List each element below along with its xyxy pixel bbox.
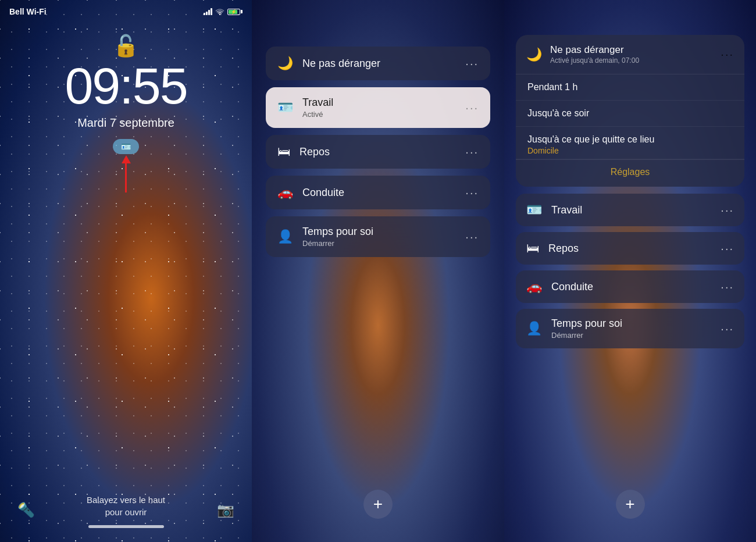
dnd-moon-icon: 🌙 [526,47,542,62]
date-display: Mardi 7 septembre [77,116,174,130]
ne-pas-deranger-label: Ne pas déranger [302,58,380,70]
dnd-subtitle: Activé jusqu'à demain, 07:00 [550,56,639,65]
conduite-more-3[interactable]: ··· [721,280,734,294]
carrier-label: Bell Wi-Fi [9,7,47,16]
focus-badge-icon: 🪪 [121,142,131,151]
repos-label: Repos [299,146,330,158]
repos-label-3: Repos [548,243,579,255]
focus-item-travail[interactable]: 🪪 Travail Activé ··· [266,87,490,128]
battery-icon: ⚡ [227,9,243,15]
focus-item-3-temps[interactable]: 👤 Temps pour soi Démarrer ··· [516,309,744,348]
temps-sub: Démarrer [302,239,373,248]
temps-label-3: Temps pour soi [551,318,622,330]
conduite-label-3: Conduite [551,281,593,293]
home-indicator [88,525,164,528]
temps-icon: 👤 [277,229,293,244]
ne-pas-deranger-icon: 🌙 [277,56,293,71]
repos-more-3[interactable]: ··· [721,242,734,255]
conduite-icon-3: 🚗 [526,279,542,294]
time-display: 09:55 [65,60,187,112]
signal-bar-2 [206,12,208,15]
dnd-location-name: Domicile [527,146,733,155]
lock-screen-panel: Bell Wi-Fi [0,0,252,542]
focus-item-conduite[interactable]: 🚗 Conduite ··· [266,176,490,209]
dnd-option-lieu[interactable]: Jusqu'à ce que je quitte ce lieu Domicil… [516,127,744,159]
flashlight-icon[interactable]: 🔦 [17,502,35,518]
signal-bar-1 [204,13,205,15]
repos-icon-3: 🛏 [526,241,539,256]
travail-icon-3: 🪪 [526,202,542,217]
swipe-hint-text: Balayez vers le haut pour ouvrir [87,494,165,518]
add-focus-button-3[interactable]: + [616,490,645,519]
focus-item-3-conduite[interactable]: 🚗 Conduite ··· [516,270,744,303]
lock-icon: 🔓 [113,34,139,58]
conduite-more[interactable]: ··· [465,186,479,199]
status-icons: ⚡ [204,8,243,15]
red-arrow [122,156,131,192]
temps-icon-3: 👤 [526,321,542,336]
travail-label-3: Travail [551,204,582,216]
dnd-title: Ne pas déranger [550,44,639,56]
swipe-row: 🔦 Balayez vers le haut pour ouvrir 📷 [0,494,252,518]
temps-more[interactable]: ··· [465,230,479,244]
dnd-option-soir[interactable]: Jusqu'à ce soir [516,101,744,127]
travail-sub: Activé [302,110,333,119]
add-focus-button[interactable]: + [363,490,393,519]
bottom-bar: 🔦 Balayez vers le haut pour ouvrir 📷 [0,494,252,542]
wifi-icon [215,8,224,15]
focus-list: 🌙 Ne pas déranger ··· 🪪 Travail Activé ·… [266,47,490,257]
dnd-option-lieu-text: Jusqu'à ce que je quitte ce lieu [527,134,733,145]
temps-label: Temps pour soi [302,226,373,238]
signal-bar-3 [208,10,210,15]
dnd-more-button[interactable]: ··· [721,48,734,61]
focus-item-3-travail[interactable]: 🪪 Travail ··· [516,194,744,226]
focus-item-repos[interactable]: 🛏 Repos ··· [266,135,490,169]
add-icon: + [373,495,383,514]
signal-bar-4 [211,8,212,15]
dnd-option-1h[interactable]: Pendant 1 h [516,74,744,101]
ne-pas-deranger-more[interactable]: ··· [465,57,479,70]
add-icon-3: + [625,495,634,514]
dnd-expanded-panel: 🌙 Ne pas déranger Activé jusqu'à demain,… [504,0,756,542]
repos-icon: 🛏 [277,144,290,159]
travail-more[interactable]: ··· [465,101,479,115]
signal-icon [204,8,212,15]
travail-more-3[interactable]: ··· [721,204,734,217]
dnd-expanded-card: 🌙 Ne pas déranger Activé jusqu'à demain,… [516,35,744,187]
temps-more-3[interactable]: ··· [721,322,734,336]
dnd-header: 🌙 Ne pas déranger Activé jusqu'à demain,… [516,35,744,74]
focus-item-3-repos[interactable]: 🛏 Repos ··· [516,232,744,265]
arrow-line [125,163,127,192]
repos-more[interactable]: ··· [465,145,479,159]
focus-item-temps-pour-soi[interactable]: 👤 Temps pour soi Démarrer ··· [266,216,490,257]
focus-item-ne-pas-deranger[interactable]: 🌙 Ne pas déranger ··· [266,47,490,80]
focus-badge[interactable]: 🪪 [113,139,139,154]
camera-icon[interactable]: 📷 [217,502,234,518]
focus-menu-panel: 🌙 Ne pas déranger ··· 🪪 Travail Activé ·… [252,0,504,542]
conduite-icon: 🚗 [277,185,293,200]
dnd-settings-button[interactable]: Réglages [516,159,744,184]
status-bar: Bell Wi-Fi [0,0,252,16]
temps-sub-3: Démarrer [551,331,622,340]
conduite-label: Conduite [302,187,344,199]
arrow-head [122,155,131,163]
travail-icon: 🪪 [277,100,293,115]
travail-label: Travail [302,97,333,109]
focus-list-3: 🪪 Travail ··· 🛏 Repos ··· 🚗 Conduite [516,194,744,348]
